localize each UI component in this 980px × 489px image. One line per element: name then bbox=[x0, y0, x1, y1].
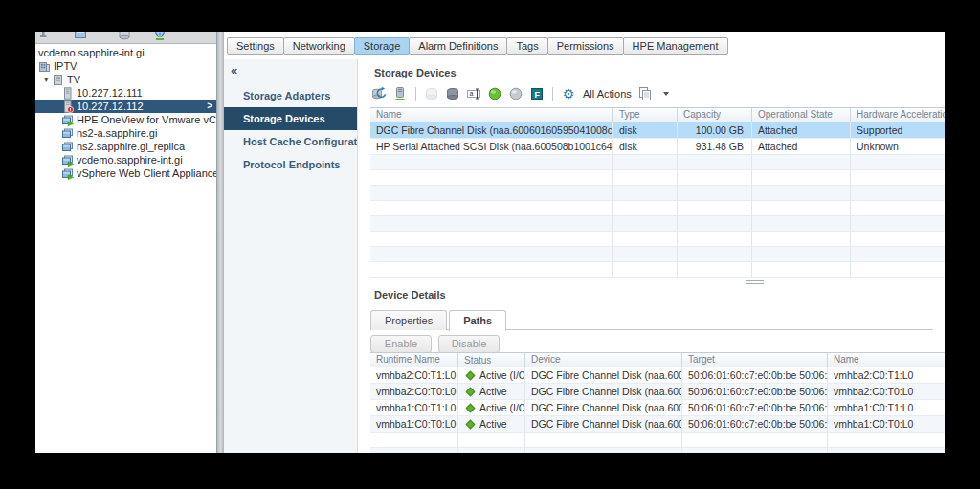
toolbar-separator bbox=[552, 87, 553, 101]
active-status-icon bbox=[466, 419, 476, 429]
cell-hardware_acceleration: Supported bbox=[851, 122, 945, 138]
tab-settings[interactable]: Settings bbox=[227, 37, 284, 55]
flash-disk-icon[interactable]: F bbox=[529, 86, 545, 101]
device-row[interactable]: HP Serial Attached SCSI Disk (naa.600508… bbox=[370, 139, 945, 155]
vm-on-icon bbox=[61, 114, 75, 126]
cell-runtime_name: vmhba2:C0:T1:L0 bbox=[370, 367, 458, 383]
vm-icon bbox=[61, 141, 75, 153]
cell-name: vmhba2:C0:T0:L0 bbox=[828, 384, 945, 399]
tree-item-label: ns2.sapphire.gi_replica bbox=[77, 140, 185, 153]
column-header-name[interactable]: Name bbox=[828, 353, 945, 367]
path-row[interactable]: vmhba1:C0:T0:L0ActiveDGC Fibre Channel D… bbox=[370, 416, 945, 433]
cell-capacity: 100.00 GB bbox=[678, 122, 752, 138]
column-header-name[interactable]: Name bbox=[370, 108, 613, 122]
panel-splitter-vertical[interactable] bbox=[217, 32, 224, 453]
path-row[interactable]: vmhba2:C0:T1:L0Active (I/O)DGC Fibre Cha… bbox=[370, 367, 945, 384]
detach-icon[interactable] bbox=[445, 86, 460, 101]
devices-table-body: DGC Fibre Channel Disk (naa.600601605950… bbox=[370, 122, 945, 278]
tree-item-10-227-12-111[interactable]: 10.227.12.111 bbox=[35, 86, 216, 100]
tree-item-ns2-a-sapphire-gi[interactable]: ns2-a.sapphire.gi bbox=[35, 126, 216, 140]
path-row[interactable]: vmhba1:C0:T1:L0Active (I/O)DGC Fibre Cha… bbox=[370, 400, 945, 416]
tree-item-label: vcdemo.sapphire-int.gi bbox=[77, 153, 183, 167]
pin-icon[interactable] bbox=[37, 32, 51, 41]
attach-icon[interactable] bbox=[424, 86, 439, 101]
tab-alarm-definitions[interactable]: Alarm Definitions bbox=[409, 37, 507, 55]
tree-item-tv[interactable]: ▾TV bbox=[35, 73, 216, 86]
tab-tags[interactable]: Tags bbox=[506, 37, 547, 55]
all-actions-label[interactable]: All Actions bbox=[583, 88, 632, 100]
rename-icon[interactable]: a bbox=[466, 86, 481, 101]
tree-item-ns2-sapphire-gi-replica[interactable]: ns2.sapphire.gi_replica bbox=[35, 140, 216, 153]
column-header-operational-state[interactable]: Operational State bbox=[752, 108, 851, 122]
object-tabs: SettingsNetworkingStorageAlarm Definitio… bbox=[224, 32, 945, 59]
toolbar-separator bbox=[415, 87, 416, 101]
splitter-grip-icon[interactable] bbox=[746, 280, 764, 285]
paths-table-header: Runtime NameStatusDeviceTargetName bbox=[370, 353, 945, 367]
vms-tab-icon[interactable] bbox=[74, 32, 87, 41]
rescan-storage-icon[interactable] bbox=[371, 86, 387, 101]
tree-item-vcdemo-sapphire-int-gi[interactable]: vcdemo.sapphire-int.gi bbox=[35, 153, 216, 167]
disable-button[interactable]: Disable bbox=[438, 335, 500, 353]
dropdown-caret-icon[interactable] bbox=[658, 86, 674, 101]
device-details-tabs: PropertiesPaths bbox=[370, 309, 933, 330]
cell-target: 50:06:01:60:c7:e0:0b:be 50:06:0... bbox=[682, 400, 828, 415]
tree-item-iptv[interactable]: IPTV bbox=[35, 59, 216, 73]
tree-item-vsphere-web-client-appliance[interactable]: vSphere Web Client Appliance bbox=[35, 167, 216, 180]
turn-off-led-icon[interactable] bbox=[508, 86, 523, 101]
cell-name: vmhba2:C0:T1:L0 bbox=[828, 367, 945, 383]
rescan-adapter-icon[interactable] bbox=[392, 86, 408, 101]
tab-storage[interactable]: Storage bbox=[354, 37, 411, 55]
expander-icon[interactable]: ▾ bbox=[44, 73, 52, 86]
turn-on-led-icon[interactable] bbox=[487, 86, 502, 101]
cell-name: vmhba1:C0:T0:L0 bbox=[828, 416, 945, 432]
tree-item-label: IPTV bbox=[54, 59, 77, 73]
tree-item-vcdemo-sapphire-int-gi[interactable]: vcdemo.sapphire-int.gi bbox=[35, 46, 216, 59]
column-header-target[interactable]: Target bbox=[682, 353, 828, 367]
navigator-tabs-strip[interactable] bbox=[35, 32, 216, 44]
cell-operational_state: Attached bbox=[752, 139, 851, 154]
tree-item-hpe-oneview-for-vmware-vcenter[interactable]: HPE OneView for Vmware vCenter bbox=[35, 113, 216, 126]
all-actions-gear-icon[interactable]: ⚙ bbox=[561, 86, 576, 101]
tree-item-label: TV bbox=[67, 73, 80, 86]
cell-name: vmhba1:C0:T1:L0 bbox=[828, 400, 945, 415]
path-row[interactable]: vmhba2:C0:T0:L0ActiveDGC Fibre Channel D… bbox=[370, 384, 945, 400]
tab-hpe-management[interactable]: HPE Management bbox=[623, 37, 728, 55]
column-header-runtime-name[interactable]: Runtime Name bbox=[370, 353, 458, 367]
chevron-right-icon[interactable]: > bbox=[207, 100, 212, 113]
empty-row bbox=[370, 448, 945, 453]
copy-icon[interactable] bbox=[637, 86, 653, 101]
sidebar-item-storage-devices[interactable]: Storage Devices bbox=[224, 107, 357, 130]
cell-target: 50:06:01:60:c7:e0:0b:be 50:06:0... bbox=[682, 367, 828, 383]
sidebar-item-protocol-endpoints[interactable]: Protocol Endpoints bbox=[224, 153, 357, 176]
device-row[interactable]: DGC Fibre Channel Disk (naa.600601605950… bbox=[370, 122, 945, 139]
column-header-device[interactable]: Device bbox=[525, 353, 682, 367]
cell-status: Active bbox=[458, 384, 525, 399]
collapse-sidebar-icon[interactable]: « bbox=[231, 66, 357, 76]
details-tab-properties[interactable]: Properties bbox=[370, 310, 447, 330]
cell-device: DGC Fibre Channel Disk (naa.6006... bbox=[525, 400, 682, 415]
cell-status: Active (I/O) bbox=[458, 367, 525, 383]
column-header-hardware-acceleration[interactable]: Hardware Acceleration bbox=[851, 108, 945, 122]
tab-permissions[interactable]: Permissions bbox=[547, 37, 624, 55]
networks-tab-icon[interactable] bbox=[153, 32, 167, 41]
datastores-tab-icon[interactable] bbox=[118, 32, 131, 41]
sidebar-item-host-cache-configuration[interactable]: Host Cache Configuration bbox=[224, 130, 357, 153]
svg-text:F: F bbox=[535, 90, 541, 100]
paths-actions: Enable Disable bbox=[370, 335, 500, 353]
storage-devices-toolbar: aF⚙All Actions bbox=[371, 84, 674, 103]
column-header-capacity[interactable]: Capacity bbox=[678, 108, 752, 122]
enable-button[interactable]: Enable bbox=[370, 335, 432, 353]
device-details-title: Device Details bbox=[374, 289, 446, 300]
column-header-status[interactable]: Status bbox=[458, 353, 525, 367]
column-header-type[interactable]: Type bbox=[613, 108, 678, 122]
manage-region: SettingsNetworkingStorageAlarm Definitio… bbox=[224, 32, 945, 453]
devices-table-header: NameTypeCapacityOperational StateHardwar… bbox=[370, 108, 945, 122]
details-tab-paths[interactable]: Paths bbox=[449, 310, 506, 331]
cell-runtime_name: vmhba1:C0:T1:L0 bbox=[370, 400, 458, 415]
cell-operational_state: Attached bbox=[752, 122, 851, 138]
details-splitter[interactable] bbox=[746, 280, 764, 285]
tree-item-10-227-12-112[interactable]: 10.227.12.112> bbox=[35, 100, 216, 113]
tab-networking[interactable]: Networking bbox=[283, 37, 355, 55]
sidebar-item-storage-adapters[interactable]: Storage Adapters bbox=[224, 84, 357, 107]
cell-device: DGC Fibre Channel Disk (naa.6006... bbox=[525, 367, 682, 383]
